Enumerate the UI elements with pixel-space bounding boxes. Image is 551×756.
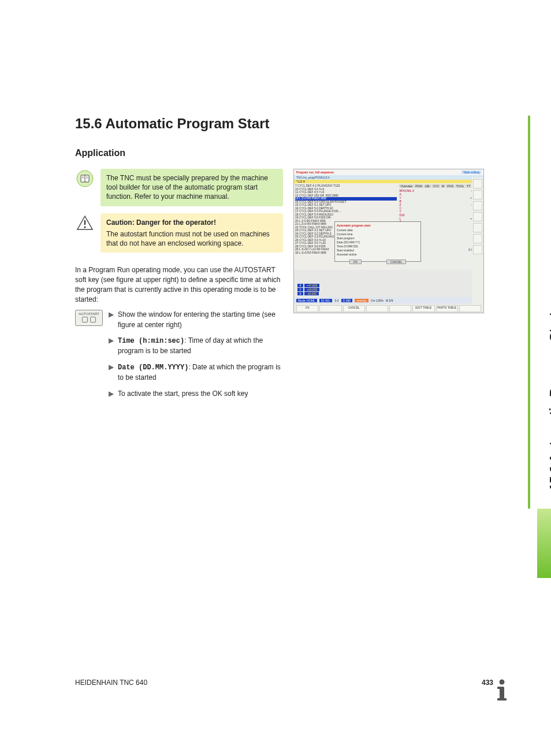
status-tab[interactable]: TOOL: [455, 184, 466, 188]
bullet-date: ▶ Date (DD.MM.YYYY): Date at which the p…: [109, 362, 283, 383]
status-tab[interactable]: PGM: [414, 184, 423, 188]
arrow-icon: ▶: [109, 362, 114, 383]
svg-point-9: [84, 226, 86, 228]
status-tab[interactable]: LBL: [424, 184, 431, 188]
arrow-icon: ▶: [109, 310, 114, 330]
softkey[interactable]: EDIT TABLE: [412, 305, 434, 312]
note-text: The TNC must be specially prepared by th…: [106, 173, 277, 202]
autostart-softkey-icon: AUTOSTART: [75, 310, 103, 326]
bullet-time: ▶ Time (h:min:sec): Time of day at which…: [109, 336, 283, 357]
softkey[interactable]: [319, 305, 341, 312]
softkey[interactable]: [459, 305, 481, 312]
autostart-dialog: Automatic program start Current dateCurr…: [334, 221, 421, 262]
bullet-activate: ▶ To activate the start, press the OK so…: [109, 389, 283, 399]
dialog-cancel-button[interactable]: CANCEL: [386, 260, 406, 264]
manual-page: 15.6 Automatic Program Start 15.6 Automa…: [0, 0, 551, 756]
program-path: TNC:\nc_prog\PGM\113.h: [294, 175, 483, 180]
book-icon: [75, 169, 95, 188]
side-tab-label: 15.6 Automatic Program Start: [546, 312, 551, 491]
softkey[interactable]: [389, 305, 411, 312]
section-subtitle: Application: [75, 148, 505, 158]
dialog-ok-button[interactable]: OK: [349, 260, 362, 264]
status-tab[interactable]: CYC: [432, 184, 441, 188]
arrow-icon: ▶: [109, 336, 114, 357]
status-tab[interactable]: POS: [446, 184, 455, 188]
warning-icon: [75, 213, 95, 233]
section-title: 15.6 Automatic Program Start: [75, 116, 505, 132]
status-tab[interactable]: M: [441, 184, 445, 188]
intro-paragraph: In a Program Run operating mode, you can…: [75, 265, 283, 304]
svg-rect-12: [497, 698, 507, 701]
bullet-show-window: ▶ Show the window for entering the start…: [109, 310, 283, 330]
tnc-screenshot: Program run, full sequence Table editing…: [293, 169, 484, 313]
footer-product: HEIDENHAIN TNC 640: [75, 679, 147, 687]
caution-title: Caution: Danger for the operator!: [106, 218, 277, 227]
right-toolbar: [472, 177, 483, 305]
svg-point-10: [500, 680, 505, 685]
screen-mode-title: Program run, full sequence: [296, 171, 334, 174]
softkey[interactable]: [366, 305, 388, 312]
screen-secondary-title: Table editing: [461, 171, 481, 174]
info-icon: [487, 675, 516, 704]
svg-rect-13: [497, 687, 502, 689]
softkey[interactable]: PARTS TABLE: [436, 305, 458, 312]
softkey[interactable]: OK: [296, 305, 318, 312]
status-tab[interactable]: TT: [466, 184, 471, 188]
caution-text: The autostart function must not be used …: [106, 229, 277, 248]
arrow-icon: ▶: [109, 389, 114, 399]
side-tab: 15.6 Automatic Program Start: [528, 116, 551, 509]
softkey[interactable]: CANCEL: [343, 305, 365, 312]
left-column: The TNC must be specially prepared by th…: [75, 169, 283, 409]
side-gradient-bar: [537, 509, 551, 578]
status-tab[interactable]: Overview: [399, 184, 414, 188]
page-footer: HEIDENHAIN TNC 640 433: [75, 679, 493, 687]
axis-display: X+47.809Y+63.055Z-10.000: [297, 284, 319, 295]
softkey-row: OKCANCELEDIT TABLEPARTS TABLE: [294, 305, 483, 313]
status-row: Mode: NOML S1 W1: S 0 D 260 mm/min Ovr 1…: [294, 297, 483, 303]
